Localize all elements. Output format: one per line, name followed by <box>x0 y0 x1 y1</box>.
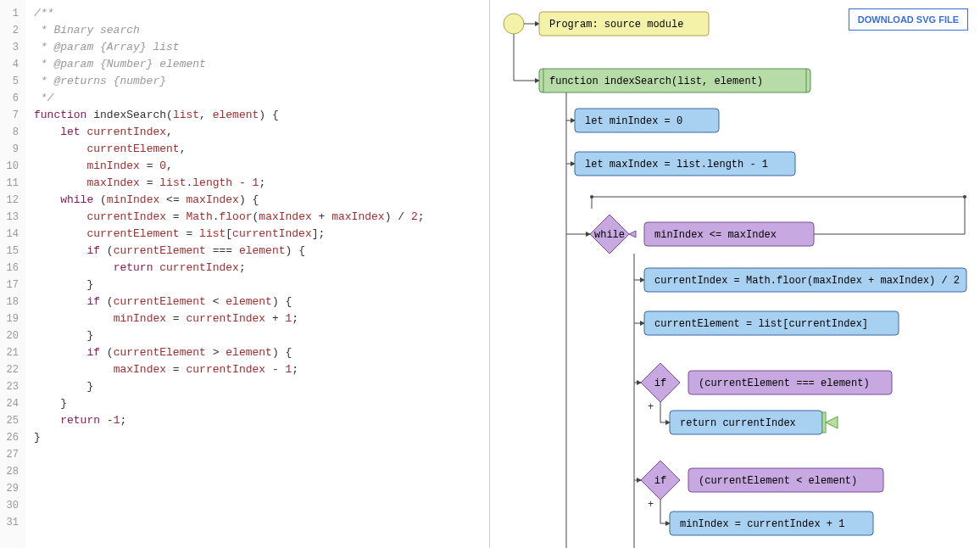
start-node <box>504 14 524 34</box>
line-number: 19 <box>5 310 19 327</box>
svg-text:function indexSearch(list, ele: function indexSearch(list, element) <box>549 75 763 87</box>
flowchart-panel[interactable]: DOWNLOAD SVG FILE Program: source module… <box>490 0 980 548</box>
line-number: 7 <box>5 107 19 124</box>
download-svg-button[interactable]: DOWNLOAD SVG FILE <box>849 8 968 31</box>
line-number: 16 <box>5 260 19 277</box>
line-number: 10 <box>5 158 19 175</box>
line-number: 29 <box>5 480 19 497</box>
line-number: 24 <box>5 395 19 412</box>
svg-text:return currentIndex: return currentIndex <box>680 417 796 429</box>
svg-point-9 <box>590 195 593 199</box>
svg-text:+: + <box>648 499 654 511</box>
code-line: return -1; <box>34 412 425 429</box>
svg-text:while: while <box>594 229 625 241</box>
code-line: * @param {Number} element <box>34 56 425 73</box>
code-line: function indexSearch(list, element) { <box>34 107 425 124</box>
line-number-gutter: 1234567891011121314151617181920212223242… <box>0 0 25 548</box>
code-line: if (currentElement === element) { <box>34 243 425 260</box>
code-line: } <box>34 378 425 395</box>
code-line: let currentIndex, <box>34 124 425 141</box>
svg-point-10 <box>963 195 966 199</box>
code-line: } <box>34 429 425 446</box>
flowchart-svg: Program: source modulefunction indexSear… <box>490 0 980 548</box>
svg-text:let minIndex = 0: let minIndex = 0 <box>585 115 682 127</box>
line-number: 5 <box>5 73 19 90</box>
line-number: 22 <box>5 361 19 378</box>
code-line: if (currentElement < element) { <box>34 294 425 310</box>
line-number: 18 <box>5 294 19 310</box>
svg-text:+: + <box>648 401 654 413</box>
svg-text:(currentElement === element): (currentElement === element) <box>699 377 870 389</box>
svg-text:currentElement = list[currentI: currentElement = list[currentIndex] <box>654 318 868 330</box>
code-line: } <box>34 277 425 294</box>
code-line: */ <box>34 90 425 107</box>
line-number: 20 <box>5 327 19 344</box>
code-content[interactable]: /** * Binary search * @param {Array} lis… <box>25 0 433 548</box>
line-number: 28 <box>5 463 19 480</box>
line-number: 30 <box>5 497 19 514</box>
line-number: 17 <box>5 277 19 294</box>
code-line: * Binary search <box>34 22 425 39</box>
svg-text:(currentElement < element): (currentElement < element) <box>699 475 857 487</box>
line-number: 9 <box>5 141 19 158</box>
line-number: 12 <box>5 192 19 209</box>
return-exit-icon <box>826 417 838 428</box>
svg-text:if: if <box>654 475 666 487</box>
code-line: if (currentElement > element) { <box>34 344 425 361</box>
code-line: * @param {Array} list <box>34 39 425 56</box>
line-number: 15 <box>5 243 19 260</box>
line-number: 21 <box>5 344 19 361</box>
code-line: /** <box>34 5 425 22</box>
line-number: 11 <box>5 175 19 192</box>
line-number: 23 <box>5 378 19 395</box>
line-number: 13 <box>5 209 19 226</box>
code-line: currentElement, <box>34 141 425 158</box>
line-number: 4 <box>5 56 19 73</box>
svg-text:let maxIndex = list.length - 1: let maxIndex = list.length - 1 <box>585 159 768 171</box>
code-line: * @returns {number} <box>34 73 425 90</box>
code-line: currentElement = list[currentIndex]; <box>34 226 425 243</box>
code-line: minIndex = currentIndex + 1; <box>34 310 425 327</box>
line-number: 25 <box>5 412 19 429</box>
line-number: 2 <box>5 22 19 39</box>
line-number: 27 <box>5 446 19 463</box>
code-line: maxIndex = list.length - 1; <box>34 175 425 192</box>
code-line: currentIndex = Math.floor(maxIndex + max… <box>34 209 425 226</box>
line-number: 26 <box>5 429 19 446</box>
line-number: 8 <box>5 124 19 141</box>
svg-rect-17 <box>822 412 826 433</box>
code-editor-panel[interactable]: 1234567891011121314151617181920212223242… <box>0 0 490 548</box>
svg-text:minIndex = currentIndex + 1: minIndex = currentIndex + 1 <box>680 518 844 530</box>
code-line: minIndex = 0, <box>34 158 425 175</box>
svg-text:Program: source module: Program: source module <box>549 19 683 31</box>
line-number: 31 <box>5 514 19 531</box>
line-number: 14 <box>5 226 19 243</box>
line-number: 3 <box>5 39 19 56</box>
svg-text:currentIndex = Math.floor(maxI: currentIndex = Math.floor(maxIndex + max… <box>654 275 960 287</box>
line-number: 6 <box>5 90 19 107</box>
code-line: maxIndex = currentIndex - 1; <box>34 361 425 378</box>
svg-text:if: if <box>654 377 666 389</box>
code-line: return currentIndex; <box>34 260 425 277</box>
svg-marker-7 <box>629 231 636 238</box>
code-line: } <box>34 395 425 412</box>
code-line: while (minIndex <= maxIndex) { <box>34 192 425 209</box>
code-line: } <box>34 327 425 344</box>
line-number: 1 <box>5 5 19 22</box>
svg-text:minIndex <= maxIndex: minIndex <= maxIndex <box>654 229 777 241</box>
